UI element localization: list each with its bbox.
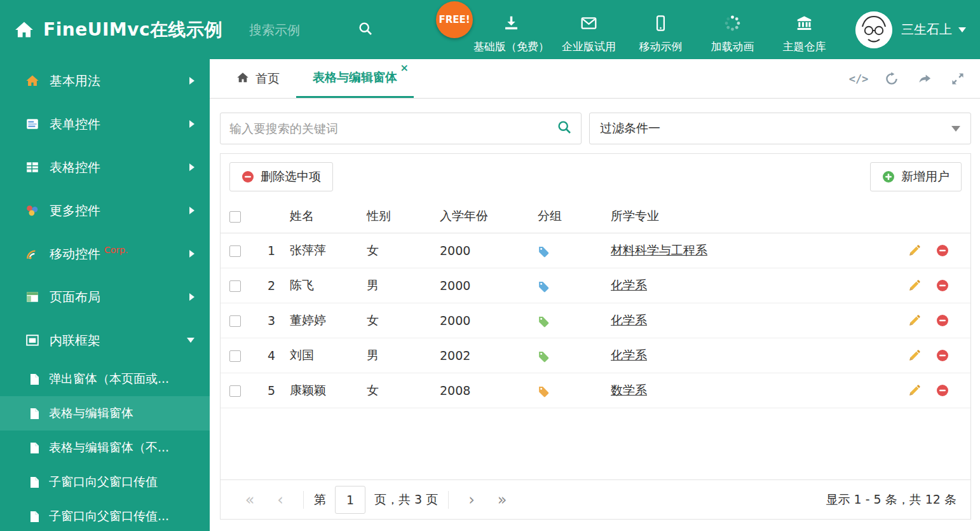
row-checkbox[interactable]	[229, 315, 241, 327]
sidebar-item-more-controls[interactable]: 更多控件	[0, 189, 210, 232]
nav-label: 加载动画	[711, 39, 754, 54]
nav-item-theme-repo[interactable]: 主题仓库	[768, 6, 840, 54]
prev-page-button[interactable]: ‹	[265, 491, 296, 509]
delete-icon[interactable]	[936, 244, 949, 257]
delete-icon[interactable]	[936, 384, 949, 397]
tag-icon	[538, 245, 550, 258]
column-header-index	[255, 200, 287, 233]
edit-icon[interactable]	[908, 279, 921, 292]
table-row: 2 陈飞 男 2000 化学系	[221, 268, 970, 303]
add-user-button[interactable]: 新增用户	[870, 162, 962, 191]
row-checkbox[interactable]	[229, 385, 241, 397]
nav-item-mobile-demo[interactable]: 移动示例	[625, 6, 697, 54]
file-icon	[29, 511, 40, 523]
tag-icon	[538, 280, 550, 293]
major-link[interactable]: 化学系	[611, 313, 647, 327]
page-number-input[interactable]	[335, 486, 365, 514]
sidebar-item-label: 表单控件	[50, 116, 100, 133]
nav-label: 基础版（免费）	[473, 39, 549, 54]
main-area: 首页 表格与编辑窗体 × </>	[210, 59, 980, 531]
forward-icon[interactable]	[918, 72, 932, 86]
sidebar-subitem-child-to-parent[interactable]: 子窗口向父窗口传值	[0, 465, 210, 499]
home-icon	[236, 71, 249, 86]
sidebar-item-label: 基本用法	[50, 72, 100, 90]
nav-label: 移动示例	[639, 39, 683, 54]
edit-icon[interactable]	[908, 314, 921, 327]
refresh-icon[interactable]	[885, 72, 899, 86]
sidebar-item-inline-frame[interactable]: 内联框架	[0, 319, 210, 362]
delete-icon[interactable]	[936, 314, 949, 327]
major-link[interactable]: 化学系	[611, 348, 647, 362]
sidebar-subitem-label: 子窗口向父窗口传值...	[49, 508, 169, 525]
major-link[interactable]: 材料科学与工程系	[611, 243, 707, 257]
tab-home[interactable]: 首页	[220, 59, 296, 98]
column-header-name: 姓名	[287, 200, 367, 233]
file-icon	[29, 373, 40, 385]
filter-row: 过滤条件一	[220, 113, 971, 144]
nav-label: 主题仓库	[783, 39, 826, 54]
app-root: FineUIMvc在线示例 FREE! 基础版（免费） 企业版试用	[0, 0, 980, 531]
close-icon[interactable]: ×	[400, 63, 409, 73]
last-page-button[interactable]: »	[487, 491, 517, 509]
sidebar-item-label: 移动控件	[50, 245, 100, 263]
bank-icon	[796, 15, 813, 34]
edit-icon[interactable]	[908, 244, 921, 257]
filter-dropdown[interactable]: 过滤条件一	[589, 113, 971, 144]
row-checkbox[interactable]	[229, 350, 241, 362]
cell-gender: 女	[367, 233, 440, 268]
sidebar-subitem-grid-edit-window-2[interactable]: 表格与编辑窗体（不...	[0, 431, 210, 465]
major-link[interactable]: 数学系	[611, 383, 647, 397]
app-title: FineUIMvc在线示例	[43, 18, 222, 42]
sidebar-item-basic-usage[interactable]: 基本用法	[0, 59, 210, 102]
tab-toolbar: </>	[852, 59, 980, 98]
chevron-right-icon	[189, 293, 194, 301]
chevron-right-icon	[189, 77, 194, 85]
sidebar-subitem-child-to-parent-2[interactable]: 子窗口向父窗口传值...	[0, 499, 210, 531]
sidebar-subitem-grid-edit-window[interactable]: 表格与编辑窗体	[0, 396, 210, 431]
sidebar-item-page-layout[interactable]: 页面布局	[0, 275, 210, 319]
home-icon[interactable]	[14, 20, 34, 40]
cell-gender: 男	[367, 338, 440, 373]
table-row: 4 刘国 男 2002 化学系	[221, 338, 970, 373]
major-link[interactable]: 化学系	[611, 278, 647, 292]
code-icon[interactable]: </>	[852, 72, 866, 86]
expand-icon[interactable]	[951, 72, 965, 86]
edit-icon[interactable]	[908, 384, 921, 397]
sidebar-item-form-controls[interactable]: 表单控件	[0, 102, 210, 146]
keyword-search-input[interactable]	[221, 121, 557, 135]
cell-year: 2008	[440, 373, 535, 408]
tab-grid-edit-window[interactable]: 表格与编辑窗体 ×	[296, 59, 414, 98]
nav-item-loading-animation[interactable]: 加载动画	[697, 6, 768, 54]
search-icon[interactable]	[557, 120, 572, 137]
delete-icon[interactable]	[936, 279, 949, 292]
nav-item-enterprise-trial[interactable]: 企业版试用	[553, 6, 625, 54]
nav-item-basic-edition[interactable]: 基础版（免费）	[470, 6, 553, 54]
row-checkbox[interactable]	[229, 245, 241, 257]
delete-icon[interactable]	[936, 349, 949, 362]
cell-year: 2000	[440, 268, 535, 303]
delete-selected-button[interactable]: 删除选中项	[229, 162, 333, 191]
search-icon[interactable]	[358, 21, 373, 39]
edit-icon[interactable]	[908, 349, 921, 362]
sidebar-item-grid-controls[interactable]: 表格控件	[0, 146, 210, 189]
select-all-checkbox[interactable]	[229, 211, 241, 223]
cell-year: 2000	[440, 233, 535, 268]
column-header-group: 分组	[535, 200, 608, 233]
corp-badge: Corp.	[104, 245, 128, 255]
first-page-button[interactable]: «	[235, 491, 265, 509]
row-checkbox[interactable]	[229, 280, 241, 292]
table-row: 1 张萍萍 女 2000 材料科学与工程系	[221, 233, 970, 268]
row-number: 4	[255, 338, 287, 373]
next-page-button[interactable]: ›	[456, 491, 487, 509]
sidebar-subitem-popup-window[interactable]: 弹出窗体（本页面或...	[0, 362, 210, 396]
user-menu[interactable]: 三生石上	[855, 11, 966, 48]
chevron-down-icon	[958, 27, 966, 32]
tab-bar: 首页 表格与编辑窗体 × </>	[210, 59, 980, 99]
header-search-input[interactable]	[249, 22, 354, 38]
sidebar-item-mobile-controls[interactable]: 移动控件 Corp.	[0, 232, 210, 275]
cell-name: 陈飞	[287, 268, 367, 303]
sidebar-subitem-label: 表格与编辑窗体	[49, 405, 133, 422]
cell-year: 2002	[440, 338, 535, 373]
mobile-signal-icon	[25, 247, 39, 261]
column-header-gender: 性别	[367, 200, 440, 233]
